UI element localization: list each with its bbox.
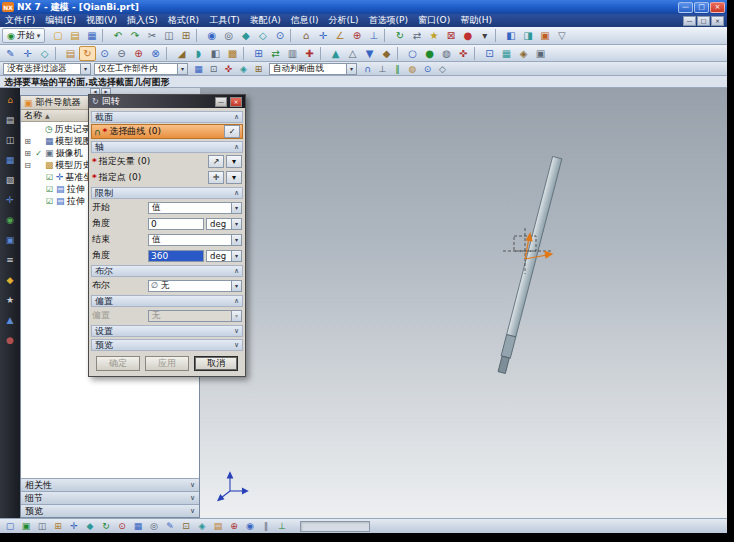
point-type-dropdown[interactable]: ▾ (226, 171, 242, 184)
toolbar-icon[interactable]: ✎ (2, 46, 19, 61)
end-limit-select[interactable]: 值 ▾ (148, 234, 242, 246)
feature-checkbox[interactable]: ☑ (45, 185, 54, 194)
dialog-close-button[interactable]: × (230, 97, 242, 107)
selection-tool-icon[interactable]: ⊞ (251, 62, 266, 75)
menu-item[interactable]: 工具(T) (204, 14, 245, 27)
toolbar-icon[interactable]: ◫ (160, 28, 177, 43)
toolbar-icon[interactable]: ▾ (476, 28, 493, 43)
toolbar-icon[interactable]: ◍ (438, 46, 455, 61)
close-button[interactable]: × (710, 2, 725, 13)
status-bar-icon[interactable]: ◫ (34, 520, 50, 533)
toolbar-icon[interactable]: ● (421, 46, 438, 61)
curve-options-button[interactable]: ✓ (224, 125, 240, 138)
group-axis[interactable]: 轴 ∧ (91, 141, 243, 153)
toolbar-icon[interactable]: ◈ (515, 46, 532, 61)
feature-checkbox[interactable]: ☑ (45, 197, 54, 206)
toolbar-icon[interactable]: ▲ (327, 46, 344, 61)
status-bar-icon[interactable]: ▤ (210, 520, 226, 533)
toolbar-icon[interactable]: ◎ (220, 28, 237, 43)
toolbar-icon[interactable]: ▤ (62, 46, 79, 61)
toolbar-icon[interactable] (55, 47, 60, 60)
end-angle-input[interactable]: 360 (148, 250, 204, 262)
start-menu-button[interactable]: ◉ 开始 ▾ (2, 28, 45, 43)
selection-tool-icon[interactable]: ◈ (236, 62, 251, 75)
toolbar-icon[interactable] (320, 47, 325, 60)
group-settings[interactable]: 设置 ∨ (91, 325, 243, 337)
selection-tool-icon[interactable]: ✜ (221, 62, 236, 75)
toolbar-icon[interactable]: ◢ (173, 46, 190, 61)
toolbar-icon[interactable]: △ (344, 46, 361, 61)
toolbar-icon[interactable]: ○ (404, 46, 421, 61)
selection-filter-select[interactable]: 没有选择过滤器 ▾ (3, 63, 91, 75)
toolbar-icon[interactable]: ◧ (207, 46, 224, 61)
menu-item[interactable]: 首选项(P) (364, 14, 413, 27)
toolbar-icon[interactable]: ⊗ (147, 46, 164, 61)
snap-point-icon[interactable]: ◇ (435, 62, 450, 75)
resource-bar-icon[interactable]: ▦ (3, 153, 18, 166)
mdi-window-button[interactable]: × (711, 16, 724, 26)
toolbar-icon[interactable]: ⊖ (113, 46, 130, 61)
minimize-button[interactable]: — (678, 2, 693, 13)
snap-point-icon[interactable]: ∥ (390, 62, 405, 75)
toolbar-icon[interactable]: ◧ (502, 28, 519, 43)
status-bar-icon[interactable]: ∥ (258, 520, 274, 533)
status-bar-icon[interactable]: ▣ (18, 520, 34, 533)
toolbar-icon[interactable]: ✜ (455, 46, 472, 61)
toolbar-icon[interactable]: ✛ (314, 28, 331, 43)
selection-tool-icon[interactable]: ⊡ (206, 62, 221, 75)
toolbar-icon[interactable]: ◆ (237, 28, 254, 43)
status-bar-icon[interactable]: ◎ (146, 520, 162, 533)
menu-item[interactable]: 分析(L) (324, 14, 364, 27)
toolbar-icon[interactable]: ⊠ (442, 28, 459, 43)
toolbar-icon[interactable] (102, 29, 107, 42)
resource-bar-icon[interactable]: ▤ (3, 113, 18, 126)
specify-point-row[interactable]: * 指定点 (0) ✛ ▾ (91, 170, 243, 185)
feature-checkbox[interactable]: ☑ (45, 173, 54, 182)
mdi-window-button[interactable]: — (683, 16, 696, 26)
toolbar-icon[interactable]: ▥ (284, 46, 301, 61)
selection-tool-icon[interactable]: ▦ (191, 62, 206, 75)
resource-bar-icon[interactable]: ≡ (3, 253, 18, 266)
status-bar-icon[interactable]: ⊙ (114, 520, 130, 533)
resource-bar-icon[interactable]: ◉ (3, 213, 18, 226)
toolbar-icon[interactable]: ✂ (143, 28, 160, 43)
feature-checkbox[interactable]: ✓ (34, 149, 43, 158)
expand-toggle-icon[interactable]: ⊟ (23, 161, 32, 170)
status-bar-icon[interactable]: ◆ (82, 520, 98, 533)
specify-vector-row[interactable]: * 指定矢量 (0) ↗ ▾ (91, 154, 243, 169)
toolbar-icon[interactable] (290, 29, 295, 42)
toolbar-icon[interactable]: ↻ (79, 46, 96, 61)
group-offset[interactable]: 偏置 ∧ (91, 295, 243, 307)
toolbar-icon[interactable]: ◆ (378, 46, 395, 61)
group-boolean[interactable]: 布尔 ∧ (91, 265, 243, 277)
menu-item[interactable]: 装配(A) (245, 14, 286, 27)
start-angle-unit-select[interactable]: deg ▾ (206, 218, 242, 230)
toolbar-icon[interactable]: ⊡ (481, 46, 498, 61)
toolbar-icon[interactable]: ⊞ (250, 46, 267, 61)
expand-toggle-icon[interactable]: ⊞ (23, 149, 32, 158)
status-bar-icon[interactable]: ◉ (242, 520, 258, 533)
toolbar-icon[interactable]: ▤ (66, 28, 83, 43)
dialog-title-bar[interactable]: ↻ 回转 — × (89, 95, 245, 108)
snap-point-icon[interactable]: ⊙ (420, 62, 435, 75)
toolbar-icon[interactable]: ◇ (36, 46, 53, 61)
toolbar-icon[interactable]: ▦ (498, 46, 515, 61)
point-dialog-button[interactable]: ✛ (208, 171, 224, 184)
status-bar-icon[interactable]: ↻ (98, 520, 114, 533)
toolbar-icon[interactable]: ◉ (203, 28, 220, 43)
toolbar-icon[interactable] (474, 47, 479, 60)
toolbar-icon[interactable]: ✚ (301, 46, 318, 61)
boolean-select[interactable]: ∅ 无 ▾ (148, 280, 242, 292)
expand-toggle-icon[interactable]: ⊞ (23, 137, 32, 146)
menu-item[interactable]: 文件(F) (0, 14, 40, 27)
dialog-minimize-button[interactable]: — (215, 97, 227, 107)
toolbar-icon[interactable]: ↻ (391, 28, 408, 43)
toolbar-icon[interactable] (243, 47, 248, 60)
toolbar-icon[interactable]: ▣ (532, 46, 549, 61)
status-bar-icon[interactable]: ⊕ (226, 520, 242, 533)
toolbar-icon[interactable]: ⌂ (297, 28, 314, 43)
status-bar-icon[interactable]: ⊞ (50, 520, 66, 533)
toolbar-icon[interactable]: ▽ (553, 28, 570, 43)
ok-button[interactable]: 确定 (96, 356, 140, 371)
selection-scope-select[interactable]: 仅在工作部件内 ▾ (94, 63, 188, 75)
